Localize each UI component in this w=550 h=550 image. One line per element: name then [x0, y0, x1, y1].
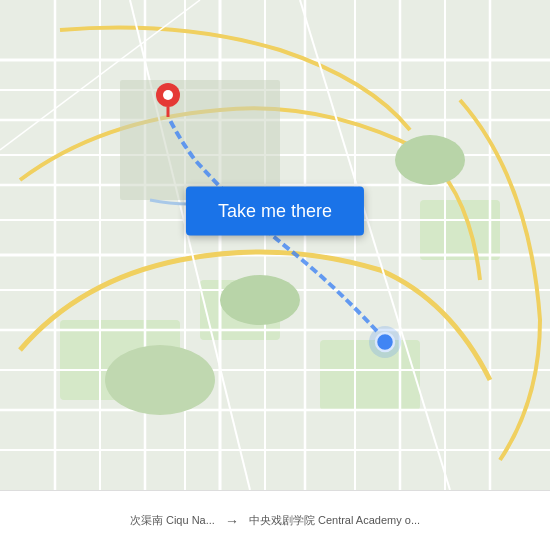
map-background — [0, 0, 550, 490]
map-container: Take me there — [0, 0, 550, 490]
svg-point-33 — [220, 275, 300, 325]
svg-rect-32 — [120, 80, 280, 200]
svg-rect-5 — [420, 200, 500, 260]
bottom-bar: 次渠南 Ciqu Na... → 中央戏剧学院 Central Academy … — [0, 490, 550, 550]
take-me-there-button[interactable]: Take me there — [186, 186, 364, 235]
svg-point-40 — [369, 326, 401, 358]
arrow-icon: → — [225, 513, 239, 529]
svg-point-37 — [163, 90, 173, 100]
svg-rect-4 — [320, 340, 420, 410]
svg-point-35 — [395, 135, 465, 185]
svg-point-34 — [105, 345, 215, 415]
to-location: 中央戏剧学院 Central Academy o... — [249, 513, 420, 528]
from-location: 次渠南 Ciqu Na... — [130, 513, 215, 528]
